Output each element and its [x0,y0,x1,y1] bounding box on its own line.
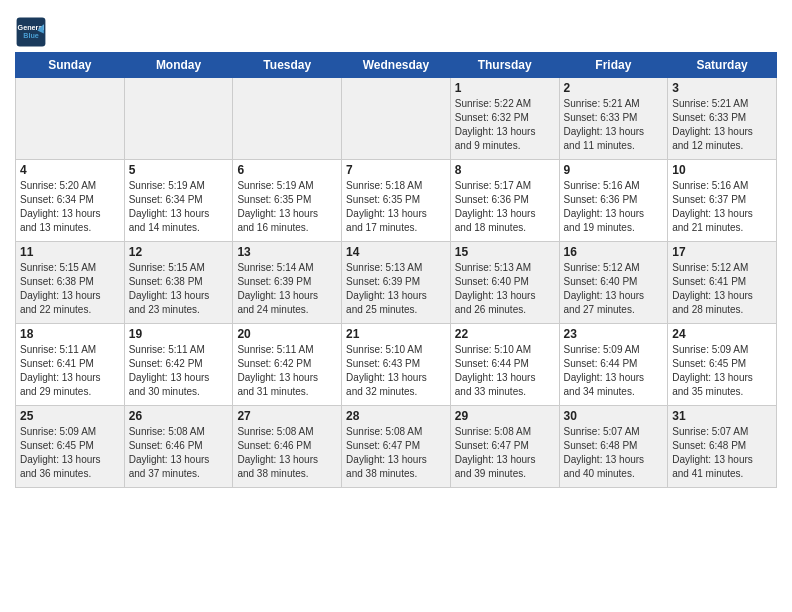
calendar-cell: 22Sunrise: 5:10 AM Sunset: 6:44 PM Dayli… [450,324,559,406]
day-number: 4 [20,163,120,177]
day-number: 26 [129,409,229,423]
cell-info: Sunrise: 5:20 AM Sunset: 6:34 PM Dayligh… [20,179,120,235]
day-number: 1 [455,81,555,95]
calendar-cell: 13Sunrise: 5:14 AM Sunset: 6:39 PM Dayli… [233,242,342,324]
calendar-cell: 5Sunrise: 5:19 AM Sunset: 6:34 PM Daylig… [124,160,233,242]
calendar-cell: 31Sunrise: 5:07 AM Sunset: 6:48 PM Dayli… [668,406,777,488]
cell-info: Sunrise: 5:18 AM Sunset: 6:35 PM Dayligh… [346,179,446,235]
cell-info: Sunrise: 5:08 AM Sunset: 6:46 PM Dayligh… [129,425,229,481]
calendar-cell: 12Sunrise: 5:15 AM Sunset: 6:38 PM Dayli… [124,242,233,324]
header: General Blue [15,10,777,48]
weekday-header-wednesday: Wednesday [342,53,451,78]
cell-info: Sunrise: 5:11 AM Sunset: 6:42 PM Dayligh… [237,343,337,399]
day-number: 7 [346,163,446,177]
cell-info: Sunrise: 5:13 AM Sunset: 6:39 PM Dayligh… [346,261,446,317]
logo: General Blue [15,16,51,48]
calendar-cell: 10Sunrise: 5:16 AM Sunset: 6:37 PM Dayli… [668,160,777,242]
calendar-cell: 30Sunrise: 5:07 AM Sunset: 6:48 PM Dayli… [559,406,668,488]
calendar-cell: 15Sunrise: 5:13 AM Sunset: 6:40 PM Dayli… [450,242,559,324]
day-number: 29 [455,409,555,423]
cell-info: Sunrise: 5:07 AM Sunset: 6:48 PM Dayligh… [672,425,772,481]
calendar-cell: 29Sunrise: 5:08 AM Sunset: 6:47 PM Dayli… [450,406,559,488]
calendar-cell [342,78,451,160]
day-number: 16 [564,245,664,259]
weekday-header-monday: Monday [124,53,233,78]
day-number: 2 [564,81,664,95]
cell-info: Sunrise: 5:15 AM Sunset: 6:38 PM Dayligh… [129,261,229,317]
day-number: 30 [564,409,664,423]
calendar-cell: 3Sunrise: 5:21 AM Sunset: 6:33 PM Daylig… [668,78,777,160]
calendar-table: SundayMondayTuesdayWednesdayThursdayFrid… [15,52,777,488]
calendar-cell: 14Sunrise: 5:13 AM Sunset: 6:39 PM Dayli… [342,242,451,324]
cell-info: Sunrise: 5:21 AM Sunset: 6:33 PM Dayligh… [564,97,664,153]
calendar-cell [124,78,233,160]
cell-info: Sunrise: 5:16 AM Sunset: 6:36 PM Dayligh… [564,179,664,235]
cell-info: Sunrise: 5:12 AM Sunset: 6:41 PM Dayligh… [672,261,772,317]
cell-info: Sunrise: 5:08 AM Sunset: 6:47 PM Dayligh… [455,425,555,481]
calendar-cell: 2Sunrise: 5:21 AM Sunset: 6:33 PM Daylig… [559,78,668,160]
day-number: 21 [346,327,446,341]
cell-info: Sunrise: 5:19 AM Sunset: 6:34 PM Dayligh… [129,179,229,235]
calendar-week-row: 4Sunrise: 5:20 AM Sunset: 6:34 PM Daylig… [16,160,777,242]
cell-info: Sunrise: 5:14 AM Sunset: 6:39 PM Dayligh… [237,261,337,317]
cell-info: Sunrise: 5:15 AM Sunset: 6:38 PM Dayligh… [20,261,120,317]
cell-info: Sunrise: 5:13 AM Sunset: 6:40 PM Dayligh… [455,261,555,317]
calendar-cell: 26Sunrise: 5:08 AM Sunset: 6:46 PM Dayli… [124,406,233,488]
weekday-header-thursday: Thursday [450,53,559,78]
day-number: 3 [672,81,772,95]
day-number: 23 [564,327,664,341]
cell-info: Sunrise: 5:21 AM Sunset: 6:33 PM Dayligh… [672,97,772,153]
cell-info: Sunrise: 5:11 AM Sunset: 6:42 PM Dayligh… [129,343,229,399]
calendar-cell: 16Sunrise: 5:12 AM Sunset: 6:40 PM Dayli… [559,242,668,324]
weekday-header-friday: Friday [559,53,668,78]
logo-icon: General Blue [15,16,47,48]
cell-info: Sunrise: 5:09 AM Sunset: 6:44 PM Dayligh… [564,343,664,399]
weekday-header-row: SundayMondayTuesdayWednesdayThursdayFrid… [16,53,777,78]
day-number: 14 [346,245,446,259]
cell-info: Sunrise: 5:08 AM Sunset: 6:47 PM Dayligh… [346,425,446,481]
svg-text:Blue: Blue [23,31,39,40]
weekday-header-tuesday: Tuesday [233,53,342,78]
calendar-week-row: 1Sunrise: 5:22 AM Sunset: 6:32 PM Daylig… [16,78,777,160]
day-number: 22 [455,327,555,341]
day-number: 5 [129,163,229,177]
day-number: 19 [129,327,229,341]
day-number: 25 [20,409,120,423]
day-number: 6 [237,163,337,177]
calendar-cell: 7Sunrise: 5:18 AM Sunset: 6:35 PM Daylig… [342,160,451,242]
day-number: 28 [346,409,446,423]
day-number: 27 [237,409,337,423]
calendar-cell: 6Sunrise: 5:19 AM Sunset: 6:35 PM Daylig… [233,160,342,242]
calendar-cell: 4Sunrise: 5:20 AM Sunset: 6:34 PM Daylig… [16,160,125,242]
calendar-cell [16,78,125,160]
calendar-cell: 9Sunrise: 5:16 AM Sunset: 6:36 PM Daylig… [559,160,668,242]
cell-info: Sunrise: 5:12 AM Sunset: 6:40 PM Dayligh… [564,261,664,317]
day-number: 9 [564,163,664,177]
calendar-cell: 27Sunrise: 5:08 AM Sunset: 6:46 PM Dayli… [233,406,342,488]
day-number: 13 [237,245,337,259]
calendar-cell: 21Sunrise: 5:10 AM Sunset: 6:43 PM Dayli… [342,324,451,406]
calendar-week-row: 18Sunrise: 5:11 AM Sunset: 6:41 PM Dayli… [16,324,777,406]
cell-info: Sunrise: 5:19 AM Sunset: 6:35 PM Dayligh… [237,179,337,235]
cell-info: Sunrise: 5:09 AM Sunset: 6:45 PM Dayligh… [20,425,120,481]
cell-info: Sunrise: 5:10 AM Sunset: 6:44 PM Dayligh… [455,343,555,399]
calendar-cell: 24Sunrise: 5:09 AM Sunset: 6:45 PM Dayli… [668,324,777,406]
day-number: 18 [20,327,120,341]
day-number: 20 [237,327,337,341]
cell-info: Sunrise: 5:07 AM Sunset: 6:48 PM Dayligh… [564,425,664,481]
calendar-cell: 23Sunrise: 5:09 AM Sunset: 6:44 PM Dayli… [559,324,668,406]
day-number: 15 [455,245,555,259]
calendar-cell: 20Sunrise: 5:11 AM Sunset: 6:42 PM Dayli… [233,324,342,406]
calendar-cell: 17Sunrise: 5:12 AM Sunset: 6:41 PM Dayli… [668,242,777,324]
calendar-cell: 18Sunrise: 5:11 AM Sunset: 6:41 PM Dayli… [16,324,125,406]
day-number: 17 [672,245,772,259]
day-number: 31 [672,409,772,423]
calendar-week-row: 11Sunrise: 5:15 AM Sunset: 6:38 PM Dayli… [16,242,777,324]
calendar-cell: 8Sunrise: 5:17 AM Sunset: 6:36 PM Daylig… [450,160,559,242]
cell-info: Sunrise: 5:10 AM Sunset: 6:43 PM Dayligh… [346,343,446,399]
calendar-cell: 28Sunrise: 5:08 AM Sunset: 6:47 PM Dayli… [342,406,451,488]
day-number: 10 [672,163,772,177]
calendar-week-row: 25Sunrise: 5:09 AM Sunset: 6:45 PM Dayli… [16,406,777,488]
day-number: 11 [20,245,120,259]
cell-info: Sunrise: 5:16 AM Sunset: 6:37 PM Dayligh… [672,179,772,235]
